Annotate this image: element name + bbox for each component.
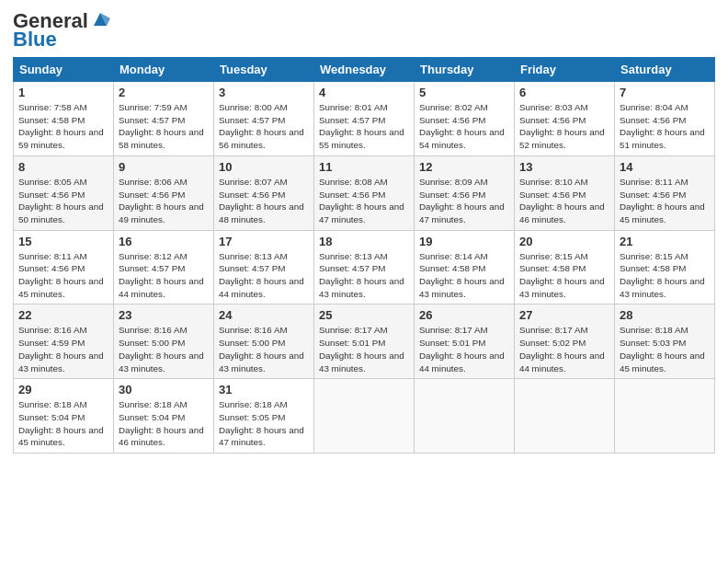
calendar-week-2: 8Sunrise: 8:05 AMSunset: 4:56 PMDaylight… bbox=[14, 155, 715, 230]
header: General Blue bbox=[13, 9, 715, 52]
header-day-tuesday: Tuesday bbox=[214, 58, 314, 82]
empty-cell bbox=[515, 379, 615, 454]
day-info: Sunrise: 8:01 AMSunset: 4:57 PMDaylight:… bbox=[319, 101, 409, 152]
day-cell-14: 14Sunrise: 8:11 AMSunset: 4:56 PMDayligh… bbox=[615, 155, 715, 230]
day-cell-7: 7Sunrise: 8:04 AMSunset: 4:56 PMDaylight… bbox=[615, 82, 715, 156]
empty-cell bbox=[615, 379, 715, 454]
day-cell-19: 19Sunrise: 8:14 AMSunset: 4:58 PMDayligh… bbox=[415, 230, 515, 304]
day-cell-1: 1Sunrise: 7:58 AMSunset: 4:58 PMDaylight… bbox=[14, 82, 114, 156]
day-cell-29: 29Sunrise: 8:18 AMSunset: 5:04 PMDayligh… bbox=[14, 379, 114, 454]
day-number: 17 bbox=[219, 235, 309, 248]
calendar-week-3: 15Sunrise: 8:11 AMSunset: 4:56 PMDayligh… bbox=[14, 230, 715, 304]
day-info: Sunrise: 8:16 AMSunset: 4:59 PMDaylight:… bbox=[18, 324, 108, 374]
day-number: 2 bbox=[119, 86, 209, 99]
day-number: 7 bbox=[620, 86, 710, 99]
day-cell-4: 4Sunrise: 8:01 AMSunset: 4:57 PMDaylight… bbox=[314, 82, 415, 156]
day-number: 21 bbox=[620, 235, 710, 248]
day-cell-24: 24Sunrise: 8:16 AMSunset: 5:00 PMDayligh… bbox=[214, 304, 314, 379]
day-number: 1 bbox=[18, 86, 108, 99]
day-cell-21: 21Sunrise: 8:15 AMSunset: 4:58 PMDayligh… bbox=[615, 230, 715, 304]
day-cell-26: 26Sunrise: 8:17 AMSunset: 5:01 PMDayligh… bbox=[415, 304, 515, 379]
header-day-wednesday: Wednesday bbox=[314, 58, 415, 82]
header-day-thursday: Thursday bbox=[415, 58, 515, 82]
logo-icon bbox=[90, 9, 110, 29]
day-number: 6 bbox=[519, 86, 609, 99]
calendar-week-5: 29Sunrise: 8:18 AMSunset: 5:04 PMDayligh… bbox=[14, 379, 715, 454]
day-cell-25: 25Sunrise: 8:17 AMSunset: 5:01 PMDayligh… bbox=[314, 304, 415, 379]
day-info: Sunrise: 8:18 AMSunset: 5:04 PMDaylight:… bbox=[119, 398, 209, 449]
day-info: Sunrise: 8:15 AMSunset: 4:58 PMDaylight:… bbox=[620, 250, 710, 301]
day-number: 4 bbox=[319, 86, 409, 99]
day-info: Sunrise: 8:12 AMSunset: 4:57 PMDaylight:… bbox=[119, 250, 209, 301]
header-row: SundayMondayTuesdayWednesdayThursdayFrid… bbox=[14, 58, 715, 82]
logo-blue: Blue bbox=[13, 28, 57, 52]
calendar-week-1: 1Sunrise: 7:58 AMSunset: 4:58 PMDaylight… bbox=[14, 82, 715, 156]
day-cell-8: 8Sunrise: 8:05 AMSunset: 4:56 PMDaylight… bbox=[14, 155, 114, 230]
day-info: Sunrise: 8:18 AMSunset: 5:03 PMDaylight:… bbox=[620, 324, 710, 374]
day-number: 27 bbox=[519, 308, 609, 322]
day-info: Sunrise: 7:58 AMSunset: 4:58 PMDaylight:… bbox=[18, 101, 108, 152]
day-info: Sunrise: 8:13 AMSunset: 4:57 PMDaylight:… bbox=[219, 250, 309, 301]
header-day-sunday: Sunday bbox=[14, 58, 114, 82]
day-cell-11: 11Sunrise: 8:08 AMSunset: 4:56 PMDayligh… bbox=[314, 155, 415, 230]
day-cell-30: 30Sunrise: 8:18 AMSunset: 5:04 PMDayligh… bbox=[114, 379, 214, 454]
day-number: 23 bbox=[119, 308, 209, 322]
day-number: 19 bbox=[419, 235, 509, 248]
header-day-monday: Monday bbox=[114, 58, 214, 82]
header-day-saturday: Saturday bbox=[615, 58, 715, 82]
day-info: Sunrise: 8:11 AMSunset: 4:56 PMDaylight:… bbox=[18, 250, 108, 301]
day-number: 26 bbox=[419, 308, 509, 322]
day-cell-18: 18Sunrise: 8:13 AMSunset: 4:57 PMDayligh… bbox=[314, 230, 415, 304]
day-cell-16: 16Sunrise: 8:12 AMSunset: 4:57 PMDayligh… bbox=[114, 230, 214, 304]
day-number: 10 bbox=[219, 160, 309, 174]
day-number: 31 bbox=[219, 383, 309, 396]
day-info: Sunrise: 8:06 AMSunset: 4:56 PMDaylight:… bbox=[119, 176, 209, 226]
calendar-table: SundayMondayTuesdayWednesdayThursdayFrid… bbox=[13, 57, 715, 454]
calendar-body: 1Sunrise: 7:58 AMSunset: 4:58 PMDaylight… bbox=[14, 82, 715, 454]
day-number: 16 bbox=[119, 235, 209, 248]
day-cell-31: 31Sunrise: 8:18 AMSunset: 5:05 PMDayligh… bbox=[214, 379, 314, 454]
day-info: Sunrise: 8:17 AMSunset: 5:02 PMDaylight:… bbox=[519, 324, 609, 374]
day-cell-12: 12Sunrise: 8:09 AMSunset: 4:56 PMDayligh… bbox=[415, 155, 515, 230]
day-number: 29 bbox=[18, 383, 108, 396]
day-cell-27: 27Sunrise: 8:17 AMSunset: 5:02 PMDayligh… bbox=[515, 304, 615, 379]
logo: General Blue bbox=[13, 9, 110, 52]
day-number: 22 bbox=[18, 308, 108, 322]
day-cell-2: 2Sunrise: 7:59 AMSunset: 4:57 PMDaylight… bbox=[114, 82, 214, 156]
day-info: Sunrise: 8:07 AMSunset: 4:56 PMDaylight:… bbox=[219, 176, 309, 226]
day-info: Sunrise: 8:11 AMSunset: 4:56 PMDaylight:… bbox=[620, 176, 710, 226]
day-cell-5: 5Sunrise: 8:02 AMSunset: 4:56 PMDaylight… bbox=[415, 82, 515, 156]
day-info: Sunrise: 8:14 AMSunset: 4:58 PMDaylight:… bbox=[419, 250, 509, 301]
day-cell-22: 22Sunrise: 8:16 AMSunset: 4:59 PMDayligh… bbox=[14, 304, 114, 379]
day-info: Sunrise: 8:09 AMSunset: 4:56 PMDaylight:… bbox=[419, 176, 509, 226]
day-info: Sunrise: 8:02 AMSunset: 4:56 PMDaylight:… bbox=[419, 101, 509, 152]
day-info: Sunrise: 8:16 AMSunset: 5:00 PMDaylight:… bbox=[119, 324, 209, 374]
header-day-friday: Friday bbox=[515, 58, 615, 82]
day-cell-3: 3Sunrise: 8:00 AMSunset: 4:57 PMDaylight… bbox=[214, 82, 314, 156]
day-number: 12 bbox=[419, 160, 509, 174]
calendar-header: SundayMondayTuesdayWednesdayThursdayFrid… bbox=[14, 58, 715, 82]
day-info: Sunrise: 8:15 AMSunset: 4:58 PMDaylight:… bbox=[519, 250, 609, 301]
day-cell-9: 9Sunrise: 8:06 AMSunset: 4:56 PMDaylight… bbox=[114, 155, 214, 230]
day-number: 11 bbox=[319, 160, 409, 174]
day-info: Sunrise: 8:13 AMSunset: 4:57 PMDaylight:… bbox=[319, 250, 409, 301]
day-cell-13: 13Sunrise: 8:10 AMSunset: 4:56 PMDayligh… bbox=[515, 155, 615, 230]
day-info: Sunrise: 8:08 AMSunset: 4:56 PMDaylight:… bbox=[319, 176, 409, 226]
day-info: Sunrise: 8:16 AMSunset: 5:00 PMDaylight:… bbox=[219, 324, 309, 374]
day-info: Sunrise: 8:17 AMSunset: 5:01 PMDaylight:… bbox=[319, 324, 409, 374]
day-info: Sunrise: 8:10 AMSunset: 4:56 PMDaylight:… bbox=[519, 176, 609, 226]
day-info: Sunrise: 8:18 AMSunset: 5:05 PMDaylight:… bbox=[219, 398, 309, 449]
day-info: Sunrise: 8:03 AMSunset: 4:56 PMDaylight:… bbox=[519, 101, 609, 152]
day-number: 20 bbox=[519, 235, 609, 248]
empty-cell bbox=[415, 379, 515, 454]
day-info: Sunrise: 8:05 AMSunset: 4:56 PMDaylight:… bbox=[18, 176, 108, 226]
day-number: 24 bbox=[219, 308, 309, 322]
day-info: Sunrise: 7:59 AMSunset: 4:57 PMDaylight:… bbox=[119, 101, 209, 152]
day-cell-6: 6Sunrise: 8:03 AMSunset: 4:56 PMDaylight… bbox=[515, 82, 615, 156]
day-number: 3 bbox=[219, 86, 309, 99]
day-number: 8 bbox=[18, 160, 108, 174]
day-cell-23: 23Sunrise: 8:16 AMSunset: 5:00 PMDayligh… bbox=[114, 304, 214, 379]
day-info: Sunrise: 8:18 AMSunset: 5:04 PMDaylight:… bbox=[18, 398, 108, 449]
day-number: 15 bbox=[18, 235, 108, 248]
day-info: Sunrise: 8:04 AMSunset: 4:56 PMDaylight:… bbox=[620, 101, 710, 152]
